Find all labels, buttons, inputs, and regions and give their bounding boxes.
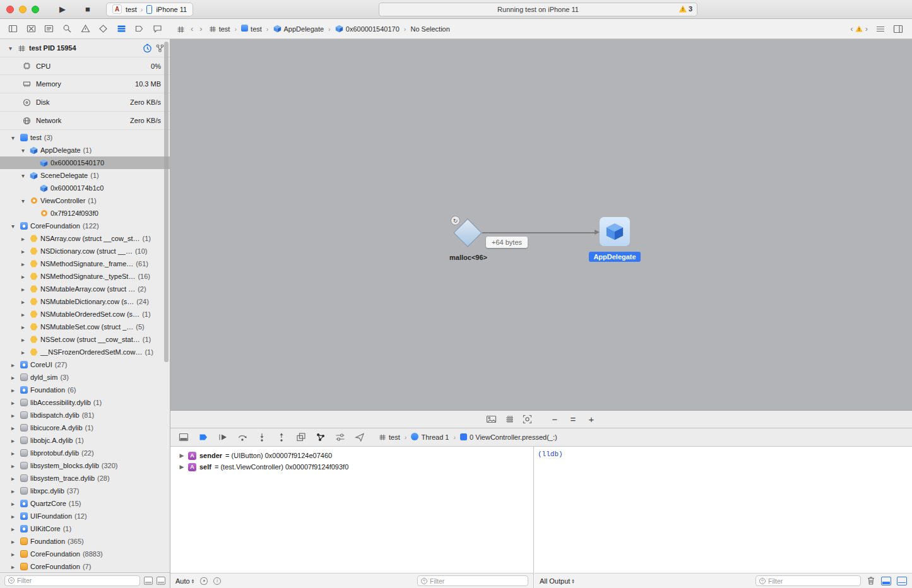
tree-row[interactable]: ▸CoreFoundation(8883) [0,548,170,560]
console-filter-field[interactable] [755,575,861,586]
disclosure-triangle[interactable]: ▸ [9,513,17,520]
gauge-row[interactable]: Memory10.3 MB [0,75,170,93]
tree-row[interactable]: ▸UIKitCore(1) [0,522,170,535]
snapshot-icon[interactable] [486,415,497,424]
disclosure-triangle[interactable]: ▸ [19,311,27,318]
back-chevron[interactable]: ‹ [191,24,193,33]
simulate-location-icon[interactable] [354,432,365,443]
disclosure-triangle[interactable]: ▸ [9,425,17,432]
tree-row[interactable]: ▸libprotobuf.dylib(22) [0,447,170,459]
step-out-icon[interactable] [276,432,287,443]
disclosure-triangle[interactable]: ▸ [9,475,17,482]
navigator-tab-find[interactable] [62,23,73,34]
tree-row[interactable]: ▸libobjc.A.dylib(1) [0,434,170,447]
tree-row[interactable]: ▸CoreFoundation(7) [0,560,170,572]
disclosure-triangle[interactable]: ▾ [19,147,27,154]
variable-row[interactable]: ▶Aself= (test.ViewController) 0x00007f91… [170,461,533,473]
tree-row[interactable]: ▸NSMethodSignature._frame…(61) [0,257,170,270]
disclosure-triangle[interactable]: ▸ [9,500,17,507]
disclosure-triangle[interactable]: ▸ [19,324,27,331]
navigator-tab-symbols[interactable] [44,23,54,34]
tree-row[interactable]: ▸__NSFrozenOrderedSetM.cow…(1) [0,346,170,358]
environment-overrides-icon[interactable] [335,432,345,443]
jump-bar-crumb[interactable]: test [209,25,230,33]
zoom-in-button[interactable]: + [587,414,596,425]
tree-row[interactable]: ▸NSMethodSignature._typeSt…(16) [0,270,170,283]
jump-bar-crumb[interactable]: test [241,25,262,33]
forward-chevron[interactable]: › [199,24,202,33]
tree-row[interactable]: ▸NSSet.cow (struct __cow_stat…(1) [0,333,170,346]
hide-debug-area-icon[interactable] [178,432,189,443]
issue-summary[interactable]: 3 [679,5,692,13]
disclosure-triangle[interactable]: ▸ [9,399,17,406]
disclosure-triangle[interactable]: ▾ [6,45,15,52]
disclosure-triangle[interactable]: ▸ [9,437,17,444]
disclosure-triangle[interactable]: ▸ [9,450,17,457]
disclosure-triangle[interactable]: ▾ [9,134,17,141]
show-variables-view-toggle[interactable] [881,577,891,585]
tree-row[interactable]: ▸CoreUI(27) [0,358,170,371]
zoom-out-button[interactable]: − [550,414,559,425]
previous-issue-chevron[interactable]: ‹ [850,24,853,33]
tree-row[interactable]: ▸libsystem_blocks.dylib(320) [0,459,170,472]
tree-row[interactable]: ▸Foundation(365) [0,535,170,548]
disclosure-triangle[interactable]: ▸ [19,298,27,305]
disclosure-triangle[interactable]: ▸ [9,488,17,495]
disclosure-triangle[interactable]: ▸ [9,362,17,368]
tree-row[interactable]: ▸libAccessibility.dylib(1) [0,396,170,409]
gauge-row[interactable]: NetworkZero KB/s [0,112,170,130]
disclosure-triangle[interactable]: ▸ [9,387,17,394]
disclosure-triangle[interactable]: ▶ [179,464,185,470]
jump-bar-crumb[interactable]: 0x600001540170 [335,25,400,33]
quicklook-icon[interactable] [200,577,208,585]
show-console-toggle[interactable] [897,577,907,585]
tree-row[interactable]: ▾CoreFoundation(122) [0,220,170,232]
tree-row[interactable]: ▸Foundation(6) [0,384,170,396]
debug-crumb[interactable]: 0 ViewController.pressed(_:) [460,433,557,442]
tree-row[interactable]: 0x60000174b1c0 [0,182,170,194]
tree-row[interactable]: ▸libxpc.dylib(37) [0,485,170,497]
navigator-tab-source-control[interactable] [26,23,37,34]
step-over-icon[interactable] [237,432,247,443]
zoom-window-button[interactable] [32,6,39,13]
disclosure-triangle[interactable]: ▸ [9,563,17,570]
memory-graph-hierarchy-icon[interactable] [155,44,165,53]
console-filter-input[interactable] [768,577,857,585]
profile-in-instruments-icon[interactable] [143,44,152,53]
disclosure-triangle[interactable]: ▸ [9,462,17,469]
minimize-window-button[interactable] [19,6,27,13]
gauge-row[interactable]: CPU0% [0,57,170,75]
jump-bar-crumb[interactable]: AppDelegate [273,25,324,33]
tree-row[interactable]: 0x7f9124f093f0 [0,207,170,220]
sidebar-filter-input[interactable] [17,577,136,584]
memory-graph-canvas[interactable]: ↻ malloc<96> +64 bytes AppDelegate [170,39,912,410]
console-view[interactable]: (lldb) [535,447,912,573]
sidebar-scrollbar[interactable] [164,42,169,362]
appdelegate-node-label[interactable]: AppDelegate [582,252,648,262]
show-leaks-toggle-icon[interactable] [144,577,153,585]
jump-bar-crumb[interactable]: No Selection [410,25,449,33]
tree-row[interactable]: ▸libicucore.A.dylib(1) [0,421,170,434]
sidebar-filter-field[interactable] [4,575,140,586]
edge-size-label[interactable]: +64 bytes [486,237,528,248]
tree-row[interactable]: ▸libdispatch.dylib(81) [0,409,170,421]
disclosure-triangle[interactable]: ▸ [19,286,27,293]
show-filtered-toggle-icon[interactable] [157,577,165,585]
related-items-icon[interactable] [177,25,184,33]
variable-row[interactable]: ▶Asender= (UIButton) 0x00007f9124e07460 [170,450,533,461]
disclosure-triangle[interactable]: ▾ [9,223,17,230]
disclosure-triangle[interactable]: ▸ [19,349,27,356]
navigator-tab-breakpoints[interactable] [134,23,145,34]
disclosure-triangle[interactable]: ▸ [9,551,17,558]
run-button[interactable]: ▶ [56,4,69,14]
disclosure-triangle[interactable]: ▾ [19,197,27,204]
disclosure-triangle[interactable]: ▸ [19,336,27,343]
scheme-name[interactable]: test [126,6,137,13]
focus-icon[interactable] [523,415,532,424]
continue-icon[interactable] [217,432,228,443]
view-hierarchy-icon[interactable] [295,432,306,443]
tree-row[interactable]: ▾AppDelegate(1) [0,144,170,156]
disclosure-triangle[interactable]: ▸ [9,412,17,419]
close-window-button[interactable] [6,6,14,13]
memory-graph-icon[interactable] [315,432,326,443]
